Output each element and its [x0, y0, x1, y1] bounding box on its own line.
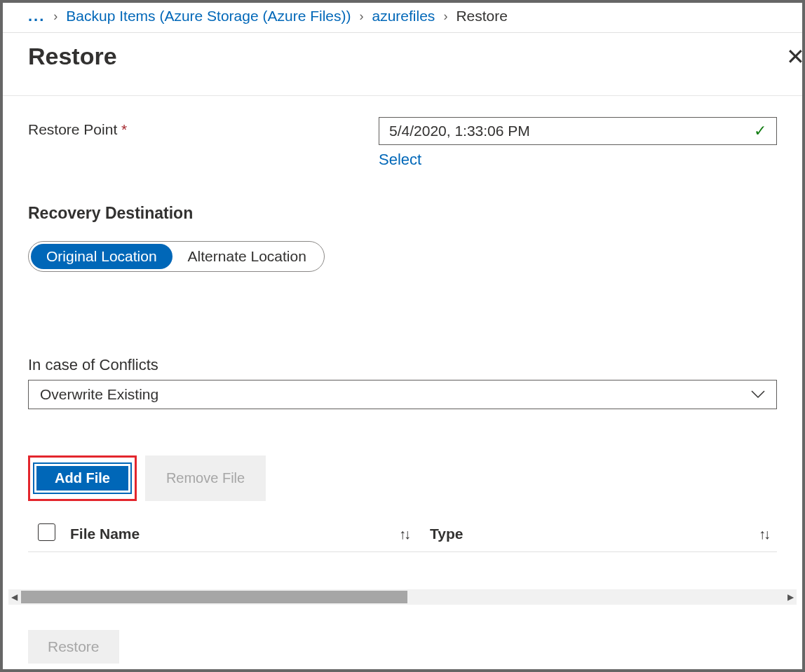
chevron-right-icon: › [443, 9, 447, 24]
scroll-left-icon[interactable]: ◀ [11, 592, 18, 602]
add-file-button[interactable]: Add File [34, 464, 130, 493]
recovery-destination-toggle: Original Location Alternate Location [28, 241, 325, 272]
required-marker: * [121, 121, 127, 137]
file-table-header: File Name ↑↓ Type ↑↓ [28, 523, 777, 552]
add-file-highlight: Add File [28, 455, 137, 501]
breadcrumb-ellipsis[interactable]: ... [28, 7, 45, 25]
select-restore-point-link[interactable]: Select [379, 151, 421, 169]
breadcrumb-link-azurefiles[interactable]: azurefiles [372, 8, 435, 25]
column-type[interactable]: Type ↑↓ [430, 526, 777, 542]
empty-table-message: No Files/Folders selected, please click … [28, 552, 777, 572]
restore-point-value: 5/4/2020, 1:33:06 PM [389, 123, 530, 139]
recovery-destination-heading: Recovery Destination [28, 204, 777, 223]
sort-icon: ↑↓ [399, 526, 409, 542]
page-header: Restore ✕ [3, 33, 802, 96]
column-filename[interactable]: File Name ↑↓ [70, 526, 430, 542]
toggle-alternate-location[interactable]: Alternate Location [172, 244, 322, 269]
check-icon: ✓ [754, 122, 766, 140]
chevron-right-icon: › [359, 9, 363, 24]
breadcrumb-current: Restore [456, 8, 508, 25]
conflicts-dropdown[interactable]: Overwrite Existing [28, 380, 777, 409]
restore-point-field: Restore Point * 5/4/2020, 1:33:06 PM ✓ S… [28, 117, 777, 169]
scroll-right-icon[interactable]: ▶ [787, 592, 794, 602]
breadcrumb: ... › Backup Items (Azure Storage (Azure… [3, 3, 802, 33]
scrollbar-thumb[interactable] [21, 591, 407, 603]
restore-point-input[interactable]: 5/4/2020, 1:33:06 PM ✓ [379, 117, 777, 145]
restore-button[interactable]: Restore [28, 630, 119, 664]
footer: Restore [28, 630, 119, 664]
page-title: Restore [28, 43, 117, 70]
conflicts-value: Overwrite Existing [40, 386, 158, 403]
chevron-down-icon [751, 388, 765, 402]
breadcrumb-link-backup-items[interactable]: Backup Items (Azure Storage (Azure Files… [66, 8, 351, 25]
file-action-row: Add File Remove File [28, 455, 777, 501]
select-all-checkbox[interactable] [38, 523, 55, 541]
close-icon[interactable]: ✕ [786, 43, 805, 70]
conflicts-label: In case of Conflicts [28, 356, 777, 374]
sort-icon: ↑↓ [759, 526, 769, 542]
remove-file-button[interactable]: Remove File [145, 455, 266, 501]
toggle-original-location[interactable]: Original Location [31, 244, 172, 269]
horizontal-scrollbar[interactable]: ◀ ▶ [8, 589, 797, 605]
chevron-right-icon: › [53, 9, 58, 24]
restore-point-label: Restore Point * [28, 117, 379, 138]
